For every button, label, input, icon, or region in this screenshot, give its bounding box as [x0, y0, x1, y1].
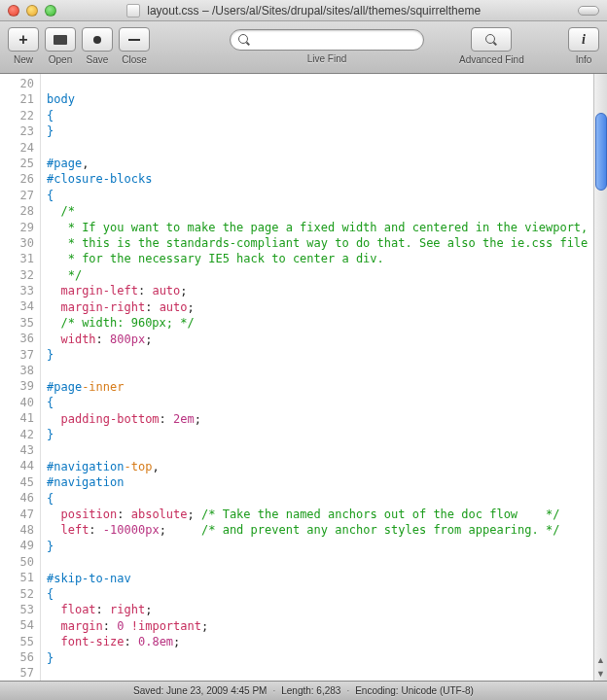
close-button[interactable] [119, 27, 150, 52]
line-number: 51 [0, 570, 34, 585]
line-number: 20 [0, 76, 34, 91]
code-line[interactable] [47, 442, 588, 458]
advanced-find-button[interactable] [471, 27, 512, 52]
open-button[interactable] [45, 27, 76, 52]
line-number: 34 [0, 298, 34, 314]
code-line[interactable]: { [47, 188, 588, 203]
line-number: 33 [0, 283, 34, 298]
code-line[interactable]: * for the necessary IE5 hack to center a… [47, 251, 588, 266]
code-line[interactable]: { [47, 395, 588, 410]
code-line[interactable]: } [47, 123, 588, 139]
line-number: 21 [0, 91, 34, 107]
code-line[interactable]: * If you want to make the page a fixed w… [47, 220, 588, 235]
code-line[interactable]: #skip-to-nav [47, 571, 588, 586]
line-number: 42 [0, 427, 34, 442]
code-line[interactable]: } [47, 650, 588, 666]
line-number: 23 [0, 123, 34, 139]
line-number: 44 [0, 458, 34, 473]
info-button[interactable]: i [568, 27, 599, 52]
line-number: 54 [0, 617, 34, 633]
code-line[interactable]: body [47, 91, 588, 107]
code-line[interactable] [47, 363, 588, 378]
vertical-scrollbar[interactable]: ▲ ▼ [593, 74, 607, 681]
code-line[interactable] [47, 140, 588, 156]
code-line[interactable]: #closure-blocks [47, 171, 588, 187]
line-number-gutter: 2021222324252627282930313233343536373839… [0, 74, 41, 681]
close-label: Close [122, 54, 147, 65]
code-line[interactable]: float: right; [47, 602, 588, 617]
line-number: 35 [0, 315, 34, 331]
traffic-lights [8, 5, 56, 17]
line-number: 22 [0, 108, 34, 123]
code-line[interactable]: margin: 0 !important; [47, 618, 588, 634]
line-number: 41 [0, 410, 34, 426]
line-number: 30 [0, 235, 34, 251]
code-line[interactable] [47, 76, 588, 91]
toolbar-toggle-button[interactable] [578, 6, 599, 16]
toolbar: + New Open Save Close Live Find Advance [0, 21, 607, 74]
plus-icon: + [18, 31, 27, 49]
line-number: 26 [0, 171, 34, 187]
code-line[interactable]: /* width: 960px; */ [47, 315, 588, 331]
search-icon [485, 34, 497, 46]
status-encoding: Encoding: Unicode (UTF-8) [355, 685, 474, 696]
window-title-text: layout.css – /Users/al/Sites/drupal/site… [147, 4, 481, 18]
line-number: 57 [0, 665, 34, 681]
open-label: Open [49, 54, 72, 65]
code-line[interactable]: { [47, 586, 588, 602]
line-number: 39 [0, 378, 34, 394]
save-button[interactable] [82, 27, 113, 52]
line-number: 28 [0, 203, 34, 219]
dot-icon [93, 36, 101, 44]
code-line[interactable]: #page, [47, 156, 588, 171]
code-line[interactable]: #page-inner [47, 379, 588, 395]
save-label: Save [87, 54, 109, 65]
line-number: 47 [0, 507, 34, 522]
code-line[interactable]: } [47, 427, 588, 442]
line-number: 25 [0, 156, 34, 171]
line-number: 24 [0, 140, 34, 156]
scroll-thumb[interactable] [595, 113, 607, 191]
code-line[interactable]: margin-right: auto; [47, 299, 588, 315]
code-area[interactable]: body{} #page,#closure-blocks{ /* * If yo… [41, 74, 593, 681]
minimize-window-button[interactable] [26, 5, 38, 17]
code-line[interactable] [47, 554, 588, 570]
line-number: 52 [0, 586, 34, 602]
code-line[interactable] [47, 666, 588, 681]
close-window-button[interactable] [8, 5, 19, 17]
zoom-window-button[interactable] [45, 5, 56, 17]
info-label: Info [576, 54, 592, 65]
line-number: 37 [0, 347, 34, 363]
line-number: 38 [0, 363, 34, 378]
code-line[interactable]: padding-bottom: 2em; [47, 411, 588, 427]
line-number: 45 [0, 474, 34, 490]
code-line[interactable]: { [47, 108, 588, 123]
new-button[interactable]: + [8, 27, 39, 52]
scroll-up-arrow[interactable]: ▲ [594, 653, 607, 667]
code-line[interactable]: #navigation [47, 474, 588, 490]
code-line[interactable]: width: 800px; [47, 332, 588, 347]
code-line[interactable]: left: -10000px; /* and prevent any ancho… [47, 522, 588, 538]
line-number: 46 [0, 490, 34, 506]
line-number: 27 [0, 188, 34, 203]
code-line[interactable]: } [47, 347, 588, 363]
code-line[interactable]: font-size: 0.8em; [47, 634, 588, 649]
live-find-field[interactable] [230, 29, 424, 51]
status-saved: Saved: June 23, 2009 4:45 PM [133, 685, 267, 696]
scroll-down-arrow[interactable]: ▼ [594, 667, 607, 681]
new-label: New [14, 54, 33, 65]
code-line[interactable]: */ [47, 267, 588, 283]
advanced-find-label: Advanced Find [459, 54, 524, 65]
line-number: 31 [0, 251, 34, 266]
code-line[interactable]: margin-left: auto; [47, 283, 588, 298]
minus-icon [128, 39, 140, 41]
code-line[interactable]: position: absolute; /* Take the named an… [47, 507, 588, 522]
code-line[interactable]: { [47, 491, 588, 507]
code-line[interactable]: /* [47, 203, 588, 219]
code-line[interactable]: } [47, 539, 588, 554]
code-line[interactable]: * this is the standards-compliant way to… [47, 235, 588, 251]
live-find-input[interactable] [250, 34, 415, 46]
status-bar: Saved: June 23, 2009 4:45 PM · Length: 6… [0, 681, 607, 700]
code-line[interactable]: #navigation-top, [47, 459, 588, 474]
window-title: layout.css – /Users/al/Sites/drupal/site… [0, 4, 607, 18]
